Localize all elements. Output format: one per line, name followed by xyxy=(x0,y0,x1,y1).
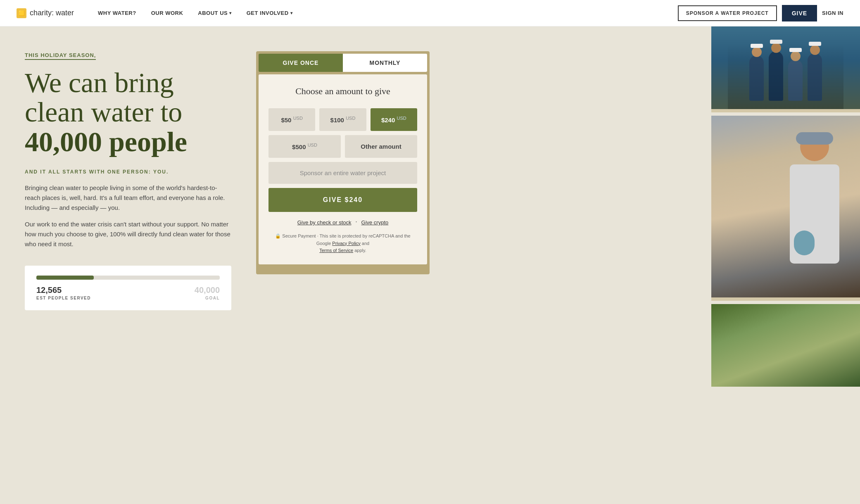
people-served-label: EST PEOPLE SERVED xyxy=(36,296,91,300)
amount-row-2: $500 USD Other amount xyxy=(268,135,417,158)
widget-outer: GIVE ONCE MONTHLY Choose an amount to gi… xyxy=(256,51,430,274)
amount-500[interactable]: $500 USD xyxy=(268,135,341,158)
payment-links: Give by check or stock · Give crypto xyxy=(268,219,417,226)
progress-bar-fill xyxy=(36,276,94,280)
brand-name: charity: water xyxy=(30,9,74,17)
about-us-dropdown-icon: ▾ xyxy=(229,11,232,15)
body-text-1: Bringing clean water to people living in… xyxy=(25,183,231,213)
nav-about-us[interactable]: ABOUT US ▾ xyxy=(190,10,239,16)
main-content: THIS HOLIDAY SEASON, We can bring clean … xyxy=(0,26,860,504)
body-text-2: Our work to end the water crisis can't s… xyxy=(25,219,231,249)
goal-number: 40,000 xyxy=(195,285,220,295)
secure-text: 🔒 Secure Payment · This site is protecte… xyxy=(268,233,417,254)
terms-of-service-link[interactable]: Terms of Service xyxy=(319,248,353,253)
tab-monthly[interactable]: MONTHLY xyxy=(343,54,427,72)
give-240-button[interactable]: GIVE $240 xyxy=(268,188,417,212)
nav-get-involved[interactable]: GET INVOLVED ▾ xyxy=(239,10,300,16)
give-button[interactable]: GIVE xyxy=(782,5,817,21)
photo-workers xyxy=(711,26,860,109)
stat-goal: 40,000 GOAL xyxy=(195,285,220,300)
photo-village xyxy=(711,304,860,387)
nav-why-water[interactable]: WHY WATER? xyxy=(90,10,144,16)
amount-grid: $50 USD $100 USD $240 USD xyxy=(268,108,417,131)
progress-card: 12,565 EST PEOPLE SERVED 40,000 GOAL xyxy=(25,266,231,310)
nav-our-work[interactable]: OUR WORK xyxy=(144,10,191,16)
tab-give-once[interactable]: GIVE ONCE xyxy=(259,54,343,72)
navigation: 🟨 charity: water WHY WATER? OUR WORK ABO… xyxy=(0,0,860,26)
brand-logo[interactable]: 🟨 charity: water xyxy=(17,8,74,18)
goal-label: GOAL xyxy=(195,296,220,300)
widget-inner: Choose an amount to give $50 USD $100 US… xyxy=(259,74,427,264)
amount-100[interactable]: $100 USD xyxy=(319,108,366,131)
nav-links: WHY WATER? OUR WORK ABOUT US ▾ GET INVOL… xyxy=(90,10,678,16)
amount-240[interactable]: $240 USD xyxy=(371,108,417,131)
give-crypto-link[interactable]: Give crypto xyxy=(361,219,389,226)
progress-stats: 12,565 EST PEOPLE SERVED 40,000 GOAL xyxy=(36,285,220,300)
right-photos xyxy=(711,26,860,387)
logo-icon: 🟨 xyxy=(17,8,26,18)
sponsor-project-button[interactable]: Sponsor an entire water project xyxy=(268,162,417,184)
holiday-label: THIS HOLIDAY SEASON, xyxy=(25,52,96,60)
subtitle: AND IT ALL STARTS WITH ONE PERSON: YOU. xyxy=(25,169,231,175)
sign-in-button[interactable]: SIGN IN xyxy=(822,10,843,16)
photo-mother xyxy=(711,116,860,297)
progress-bar-background xyxy=(36,276,220,280)
give-check-stock-link[interactable]: Give by check or stock xyxy=(297,219,352,226)
privacy-policy-link[interactable]: Privacy Policy xyxy=(332,241,360,246)
donation-widget: GIVE ONCE MONTHLY Choose an amount to gi… xyxy=(256,51,430,274)
sponsor-row: Sponsor an entire water project xyxy=(268,162,417,184)
other-amount-button[interactable]: Other amount xyxy=(345,135,417,158)
sponsor-water-project-button[interactable]: SPONSOR A WATER PROJECT xyxy=(678,5,777,21)
left-panel: THIS HOLIDAY SEASON, We can bring clean … xyxy=(0,26,256,504)
dot-separator: · xyxy=(356,219,359,226)
hero-title: We can bring clean water to 40,000 peopl… xyxy=(25,68,231,157)
stat-people-served: 12,565 EST PEOPLE SERVED xyxy=(36,285,91,300)
get-involved-dropdown-icon: ▾ xyxy=(290,11,293,15)
widget-tabs: GIVE ONCE MONTHLY xyxy=(259,54,427,72)
widget-title: Choose an amount to give xyxy=(268,86,417,97)
people-served-number: 12,565 xyxy=(36,285,91,295)
photo-divider-2 xyxy=(711,297,860,301)
nav-actions: SPONSOR A WATER PROJECT GIVE SIGN IN xyxy=(678,5,843,21)
photo-divider-1 xyxy=(711,109,860,112)
amount-50[interactable]: $50 USD xyxy=(268,108,315,131)
